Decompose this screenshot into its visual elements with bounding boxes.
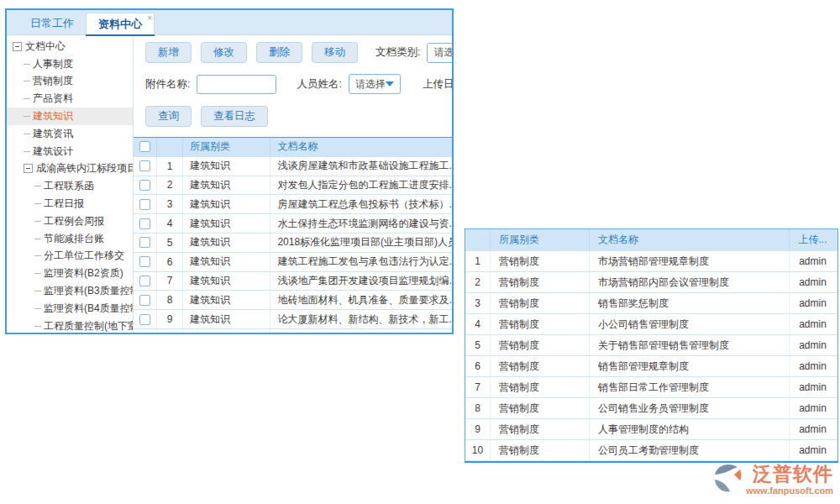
table-row[interactable]: 9 营销制度 人事管理制度的结构 admin <box>465 419 837 440</box>
logo-name: 泛普软件 <box>753 461 833 487</box>
tree-item[interactable]: 营销制度 <box>7 73 133 91</box>
row-number: 6 <box>157 253 183 271</box>
tree-item[interactable]: 监理资料(B4质量控制) <box>7 300 133 318</box>
tree-item[interactable]: 建筑知识 <box>7 108 133 125</box>
row-doc-name: 市场营销部内部会议管理制度 <box>590 272 790 292</box>
row-doc-name: 销售部奖惩制度 <box>590 293 790 313</box>
table-row[interactable]: 5 建筑知识 2018标准化监理项目部(业主项目部)人员... <box>134 234 452 253</box>
tree-collapse-icon[interactable] <box>24 164 33 173</box>
tree-branch-line <box>24 64 30 65</box>
row-checkbox[interactable] <box>139 180 150 191</box>
row-checkbox[interactable] <box>139 295 150 306</box>
tree-item[interactable]: 建筑资讯 <box>7 125 133 143</box>
tree-item-label: 建筑资讯 <box>33 127 73 141</box>
attachment-name-label: 附件名称: <box>145 77 190 92</box>
doc-category-select[interactable]: 请选择 <box>427 43 452 63</box>
attachment-name-input[interactable] <box>197 75 276 94</box>
view-log-button[interactable]: 查看日志 <box>201 106 268 127</box>
table-row[interactable]: 2 营销制度 市场营销部内部会议管理制度 admin <box>465 272 837 293</box>
table-row[interactable]: 4 营销制度 小公司销售管理制度 admin <box>465 314 837 335</box>
person-name-label: 人员姓名: <box>297 77 341 92</box>
row-number: 5 <box>465 335 491 355</box>
tree-item[interactable]: 工程质量控制(地下室) <box>7 318 133 332</box>
tab-close-icon[interactable]: × <box>147 14 152 23</box>
tree-branch-line <box>34 273 41 274</box>
table-row[interactable]: 7 营销制度 销售部日常工作管理制度 admin <box>465 377 837 398</box>
tree-item[interactable]: 工程日报 <box>7 195 133 213</box>
tab-data-center[interactable]: 资料中心 × <box>86 13 155 34</box>
row-checkbox[interactable] <box>139 314 150 325</box>
tree-item[interactable]: 文档中心 <box>7 38 133 55</box>
tree-item[interactable]: 工程例会周报 <box>7 213 133 230</box>
tree-item-label: 工程例会周报 <box>44 214 104 228</box>
table-row[interactable]: 3 建筑知识 房屋建筑工程总承包投标书（技术标）... <box>134 195 452 214</box>
tree-item[interactable]: 工程联系函 <box>7 177 133 195</box>
row-doc-name: 大厦地下室加气砼墙砌筑工程的施工方... <box>270 329 452 332</box>
row-category: 建筑知识 <box>183 291 270 309</box>
edit-button[interactable]: 修改 <box>201 42 247 63</box>
select-all-checkbox[interactable] <box>139 141 150 152</box>
table-row[interactable]: 3 营销制度 销售部奖惩制度 admin <box>465 293 837 314</box>
tree-branch-line <box>34 239 41 239</box>
tree-item[interactable]: 分工单位工作移交 <box>7 248 133 265</box>
row-category: 营销制度 <box>491 293 590 313</box>
tree-item-label: 成渝高铁内江标段项目 <box>36 161 134 176</box>
table-row[interactable]: 10 建筑知识 大厦地下室加气砼墙砌筑工程的施工方... <box>134 329 452 332</box>
table-row[interactable]: 10 营销制度 公司员工考勤管理制度 admin <box>465 440 837 461</box>
tree-item[interactable]: 成渝高铁内江标段项目 <box>7 160 133 178</box>
tree-item-label: 节能减排台账 <box>44 232 104 246</box>
row-category: 营销制度 <box>491 251 590 271</box>
table-row[interactable]: 5 营销制度 关于销售部管理销售管理制度 admin <box>465 335 837 356</box>
table-row[interactable]: 8 营销制度 公司销售业务员管理制度 admin <box>465 398 837 419</box>
query-row: 查询 查看日志 <box>134 106 452 127</box>
tab-daily-work[interactable]: 日常工作 <box>18 13 86 34</box>
tree-branch-line <box>34 291 41 291</box>
main-content: 新增 修改 删除 移动 文档类别: 请选择 文档 附件名称: 人员姓名: 请选择 <box>134 35 452 332</box>
table-row[interactable]: 6 建筑知识 建筑工程施工发包与承包违法行为认定... <box>134 253 452 272</box>
table-row[interactable]: 2 建筑知识 对发包人指定分包的工程施工进度安排... <box>134 176 452 196</box>
row-checkbox[interactable] <box>139 199 150 210</box>
tree-collapse-icon[interactable] <box>13 42 22 51</box>
row-checkbox[interactable] <box>139 256 150 267</box>
row-checkbox[interactable] <box>139 276 150 286</box>
table-row[interactable]: 1 营销制度 市场营销部管理规章制度 admin <box>465 251 837 272</box>
row-uploader: admin <box>790 398 836 418</box>
marketing-documents-table: 所属别类 文档名称 上传... 1 营销制度 市场营销部管理规章制度 admin… <box>465 228 838 463</box>
tree-item[interactable]: 节能减排台账 <box>7 230 133 248</box>
delete-button[interactable]: 删除 <box>256 42 302 63</box>
table-row[interactable]: 6 营销制度 销售部管理规章制度 admin <box>465 356 837 377</box>
row-uploader: admin <box>790 356 836 376</box>
row-category: 建筑知识 <box>183 253 270 271</box>
upload-date-label: 上传日期 <box>423 77 452 92</box>
table-row[interactable]: 8 建筑知识 地砖地面材料、机具准备、质量要求及... <box>134 291 452 310</box>
row-doc-name: 公司员工考勤管理制度 <box>590 440 790 460</box>
row-doc-name: 小公司销售管理制度 <box>590 314 790 334</box>
row-checkbox[interactable] <box>139 237 150 248</box>
tree-item[interactable]: 监理资料(B3质量控制) <box>7 282 133 300</box>
table-row[interactable]: 9 建筑知识 论大厦新材料、新结构、新技术，新工... <box>134 310 452 329</box>
tree-item[interactable]: 建筑设计 <box>7 143 133 160</box>
tree-item[interactable]: 人事制度 <box>7 55 133 73</box>
table-header-row: 所属别类 文档名称 上传... <box>465 229 837 251</box>
tab-bar: 日常工作 资料中心 × <box>7 10 452 35</box>
table-row[interactable]: 4 建筑知识 水土保持生态环境监测网络的建设与资... <box>134 214 452 234</box>
table-row[interactable]: 7 建筑知识 浅谈地产集团开发建设项目监理规划编... <box>134 272 452 291</box>
category-header: 所属别类 <box>491 229 590 250</box>
row-number: 8 <box>157 291 183 309</box>
tree-item-label: 产品资料 <box>33 92 73 106</box>
tree-item[interactable]: 产品资料 <box>7 90 133 108</box>
row-number: 3 <box>465 293 491 313</box>
row-uploader: admin <box>790 377 836 397</box>
add-button[interactable]: 新增 <box>145 42 192 63</box>
tree-item[interactable]: 监理资料(B2资质) <box>7 265 133 282</box>
table-row[interactable]: 1 建筑知识 浅谈房屋建筑和市政基础设施工程施工... <box>134 157 452 176</box>
tree-item-label: 监理资料(B4质量控制) <box>44 302 134 316</box>
query-button[interactable]: 查询 <box>145 106 192 127</box>
row-checkbox[interactable] <box>139 160 150 171</box>
tree-branch-line <box>34 203 41 204</box>
row-checkbox[interactable] <box>139 218 150 229</box>
person-name-select[interactable]: 请选择 <box>349 74 401 94</box>
tree-item-label: 监理资料(B2资质) <box>44 266 123 281</box>
tree-branch-line <box>34 221 41 222</box>
move-button[interactable]: 移动 <box>312 42 358 63</box>
